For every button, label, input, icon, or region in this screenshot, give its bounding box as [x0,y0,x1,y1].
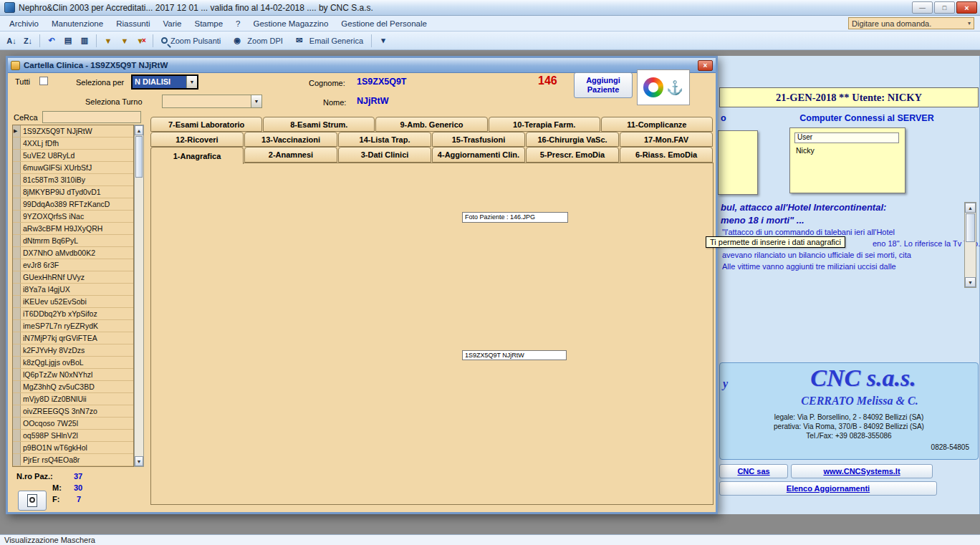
remove-filter-icon[interactable]: ▼× [134,34,148,48]
patient-row[interactable]: DX7NhO aMvdb00K2 [13,247,133,259]
scroll-track[interactable] [135,178,143,456]
row-selector[interactable] [13,247,21,259]
scroll-thumb[interactable] [966,213,975,242]
patient-row[interactable]: 1S9ZX5Q9T NJjRtW [13,125,133,138]
zoom-pulsanti-button[interactable]: Zoom Pulsanti [158,36,224,46]
patient-row[interactable]: PjrEr rsQ4EOa8r [13,454,133,466]
patient-list-scrollbar[interactable]: ▲ ▼ [134,125,144,467]
menu-item[interactable]: Gestione Magazzino [247,16,335,31]
scroll-up-icon[interactable]: ▲ [135,125,143,135]
toolbar-options-icon[interactable]: ▾ [376,34,390,48]
patient-row[interactable]: MgZ3hhQ zv5uC3BD [13,381,133,393]
tab[interactable]: 5-Prescr. EmoDia [526,147,619,163]
tab[interactable]: 11-Complicanze [601,117,713,132]
aggiungi-paziente-button[interactable]: Aggiungi Paziente [574,72,633,98]
paste-icon[interactable]: ▥ [77,34,92,48]
patient-row[interactable]: 9YZOXQrfsS iNac [13,211,133,223]
dialog-titlebar[interactable]: Cartella Clinica - 1S9ZX5Q9T NJjRtW × [8,58,716,73]
patient-row[interactable]: 4XXLj fDfh [13,138,133,150]
close-button-icon[interactable]: × [956,1,977,14]
row-selector[interactable] [13,162,21,173]
news-scrollbar[interactable]: ▲ ▼ [964,202,976,288]
menu-item[interactable]: Varie [156,16,188,31]
patient-row[interactable]: imeSP7L7n ryEZRydK [13,320,133,332]
cnc-systems-link[interactable]: www.CNCSystems.It [791,464,933,478]
email-generica-button[interactable]: ✉ Email Generica [289,33,367,49]
patient-row[interactable]: OOcqoso 7W25l [13,418,133,430]
cnc-sas-link[interactable]: CNC sas [719,464,788,478]
row-selector[interactable] [13,211,21,222]
tab[interactable]: 4-Aggiornamenti Clin. [432,147,525,163]
row-selector[interactable] [13,357,21,368]
filter-icon[interactable]: ▼ [117,34,132,48]
row-selector[interactable] [13,284,21,295]
tab[interactable]: 12-Ricoveri [150,132,244,147]
scroll-down-icon[interactable]: ▼ [135,456,143,466]
tab[interactable]: 7-Esami Laboratorio [150,117,262,132]
tab[interactable]: 10-Terapia Farm. [489,117,600,132]
patient-row[interactable]: p9BO1N wT6gkHol [13,442,133,454]
row-selector[interactable] [13,223,21,234]
patient-row[interactable]: mVjy8D iZz0BNlUii [13,393,133,405]
menu-item[interactable]: ? [229,16,246,31]
print-preview-button[interactable] [18,491,47,511]
seleziona-per-combo[interactable]: N DIALISI ▼ [131,74,198,90]
patient-row[interactable]: oq598P SHlnV2l [13,430,133,442]
row-selector[interactable] [13,344,21,356]
dialog-close-icon[interactable]: × [698,60,713,71]
tab[interactable]: 3-Dati Clinici [338,147,431,163]
tab[interactable]: 1-Anagrafica [150,147,244,164]
row-selector[interactable] [13,369,21,380]
undo-icon[interactable]: ↶ [44,34,59,48]
row-selector[interactable] [13,332,21,344]
row-selector[interactable] [13,125,21,137]
row-selector[interactable] [13,138,21,149]
row-selector[interactable] [13,454,21,466]
patient-row[interactable]: 6muwGlFSi XUrbSfJ [13,162,133,174]
scroll-up-icon[interactable]: ▲ [965,203,976,213]
chevron-down-icon[interactable]: ▾ [968,20,971,26]
row-selector[interactable] [13,296,21,307]
patient-row[interactable]: GUexHhRNf UVyz [13,271,133,284]
tutti-checkbox[interactable] [39,77,48,85]
tab[interactable]: 17-Mon.FAV [620,132,713,147]
tab[interactable]: 2-Anamnesi [244,147,337,163]
tab[interactable]: 8-Esami Strum. [263,117,375,132]
row-selector[interactable] [13,381,21,392]
row-selector[interactable] [13,186,21,198]
patient-row[interactable]: 81c58Tm3 3l10iBy [13,174,133,186]
dropdown-arrow-icon[interactable]: ▼ [251,95,261,107]
row-selector[interactable] [13,320,21,332]
restore-button-icon[interactable]: □ [934,1,955,14]
patient-row[interactable]: 8jMKYBP9iJ dTyd0vD1 [13,186,133,198]
background-window[interactable]: 21-GEN-2018 ** Utente: NICKY o Computer … [718,56,980,514]
tab[interactable]: 14-Lista Trap. [338,132,431,147]
patient-row[interactable]: k8zQgLjgjs ovBoL [13,357,133,369]
elenco-aggiornamenti-link[interactable]: Elenco Aggiornamenti [719,481,937,496]
sort-descending-icon[interactable]: Z↓ [21,34,35,48]
patient-row[interactable]: 5uVE2 U8RyLd [13,150,133,162]
sort-ascending-icon[interactable]: A↓ [4,34,19,48]
row-selector[interactable] [13,442,21,453]
tab[interactable]: 13-Vaccinazioni [244,132,337,147]
patient-row[interactable]: iT6DDbq2Yb xYpSifoz [13,308,133,320]
menu-item[interactable]: Archivio [3,16,45,31]
copy-icon[interactable]: ▤ [61,34,75,48]
row-selector[interactable] [13,235,21,246]
tab[interactable]: 16-Chirurgia VaSc. [526,132,619,147]
row-selector[interactable] [13,418,21,429]
row-selector[interactable] [13,174,21,185]
menu-item[interactable]: Riassunti [110,16,156,31]
menu-item[interactable]: Stampe [188,16,229,31]
patient-row[interactable]: 99DdqAo389 RFTzKancD [13,198,133,211]
row-selector[interactable] [13,198,21,210]
row-selector[interactable] [13,405,21,417]
menu-item[interactable]: Manutenzione [45,16,110,31]
minimize-button-icon[interactable]: — [912,1,933,14]
patient-row[interactable]: dNtmrm Bq6PyL [13,235,133,247]
patient-row[interactable]: iKEUev u52EvSobi [13,296,133,308]
patient-row[interactable]: k2FJYvHy 8VzDzs [13,344,133,357]
row-selector[interactable] [13,271,21,283]
menu-item[interactable]: Gestione del Personale [335,16,433,31]
patient-row[interactable]: i8Ya7a l4gjUX [13,284,133,296]
